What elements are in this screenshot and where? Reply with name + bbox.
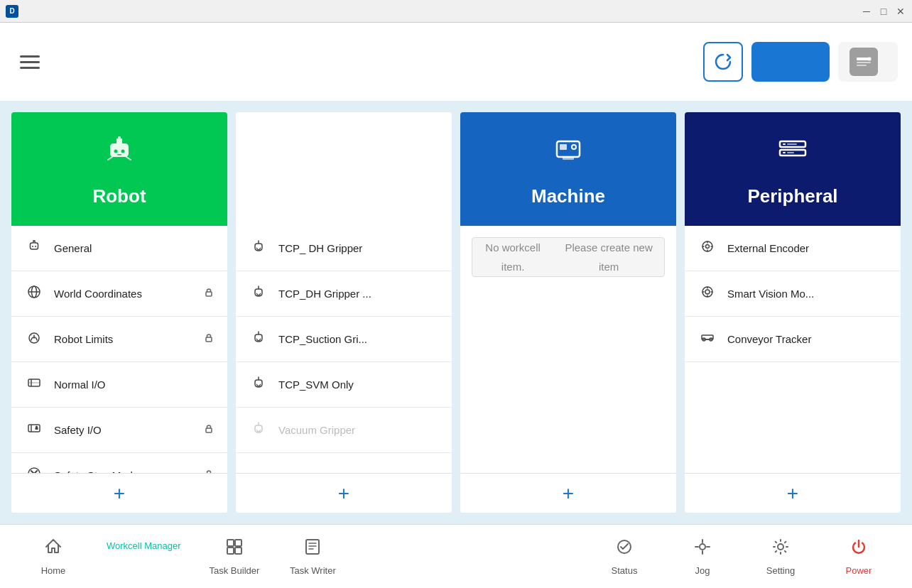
header-right: [703, 42, 898, 82]
column-machine: Machine No workcell item.Please create n…: [460, 112, 676, 513]
col-header-robot[interactable]: Robot: [11, 112, 227, 226]
list-item-general[interactable]: General: [11, 226, 227, 271]
teaching-engineer-button[interactable]: [751, 42, 830, 82]
gauge-icon: [24, 329, 44, 350]
nav-right-group: Status Jog Setting Power: [599, 537, 884, 576]
nav-item-jog[interactable]: Jog: [678, 537, 727, 576]
list-item-external-encoder[interactable]: External Encoder: [685, 226, 901, 271]
item-label-external-encoder: External Encoder: [727, 242, 888, 254]
status-icon: [614, 537, 634, 562]
refresh-icon: [713, 52, 733, 72]
nav-item-power[interactable]: Power: [834, 537, 884, 576]
col-add-btn-end-effector[interactable]: +: [236, 473, 452, 513]
svg-rect-1: [857, 62, 871, 63]
item-label-world-coordinates: World Coordinates: [54, 288, 193, 300]
item-label-tcp-dh-gripper2: TCP_DH Gripper ...: [278, 288, 439, 300]
col-icon-end-effector: [325, 131, 362, 177]
svg-point-5: [121, 149, 125, 153]
svg-rect-54: [227, 540, 234, 546]
minimize-button[interactable]: ─: [861, 6, 872, 17]
col-add-btn-peripheral[interactable]: +: [685, 473, 901, 513]
nav-label-workcell-manager: Workcell Manager: [107, 540, 181, 551]
list-item-tcp-dh-gripper2[interactable]: TCP_DH Gripper ...: [236, 271, 452, 317]
list-item-smart-vision[interactable]: Smart Vision Mo...: [685, 271, 901, 317]
nav-item-status[interactable]: Status: [599, 537, 649, 576]
svg-rect-57: [235, 548, 241, 554]
svg-rect-56: [227, 548, 234, 554]
conveyor-icon: [697, 329, 717, 350]
close-button[interactable]: ✕: [895, 6, 906, 17]
svg-rect-50: [702, 335, 713, 339]
header: [0, 23, 912, 101]
robot-icon: [24, 238, 44, 259]
gripper-icon: [249, 374, 268, 396]
window-controls[interactable]: ─ □ ✕: [861, 6, 906, 17]
col-label-machine: Machine: [531, 185, 605, 207]
col-add-btn-machine[interactable]: +: [460, 473, 676, 513]
svg-rect-31: [342, 157, 346, 161]
gripper-icon: [249, 420, 268, 441]
list-item-safety-stop-modes[interactable]: Safety Stop Modes: [11, 453, 227, 473]
svg-rect-39: [783, 152, 786, 153]
main-content: Robot General World Coordinates Robot Li…: [0, 101, 912, 524]
nav-item-home[interactable]: Home: [28, 537, 78, 576]
home-icon: [43, 537, 63, 562]
list-item-tcp-suction-gri[interactable]: TCP_Suction Gri...: [236, 317, 452, 362]
maximize-button[interactable]: □: [878, 6, 889, 17]
nav-label-home: Home: [41, 565, 66, 576]
svg-rect-35: [563, 157, 574, 160]
col-list-peripheral: External Encoder Smart Vision Mo... Conv…: [685, 226, 901, 473]
gripper-icon: [249, 238, 268, 259]
nav-item-task-builder[interactable]: Task Builder: [210, 537, 260, 576]
status-block: [838, 42, 898, 82]
col-list-robot: General World Coordinates Robot Limits N…: [11, 226, 227, 473]
item-label-general: General: [54, 242, 215, 254]
col-list-machine: No workcell item.Please create new item: [460, 226, 676, 473]
nav-item-workcell-manager[interactable]: Workcell Manager: [107, 537, 181, 576]
task-builder-icon: [224, 537, 244, 562]
col-add-btn-robot[interactable]: +: [11, 473, 227, 513]
svg-point-49: [705, 290, 710, 294]
add-icon-machine: +: [563, 484, 574, 503]
stop-icon: [24, 465, 44, 474]
nav-label-jog: Jog: [695, 565, 710, 576]
title-bar: D ─ □ ✕: [0, 0, 912, 23]
svg-line-17: [31, 334, 32, 336]
gripper-icon: [249, 283, 268, 305]
item-label-safety-io: Safety I/O: [54, 424, 193, 436]
svg-rect-58: [306, 540, 319, 554]
list-item-conveyor-tracker[interactable]: Conveyor Tracker: [685, 317, 901, 362]
col-header-end-effector[interactable]: End Effector: [236, 112, 452, 226]
add-icon-peripheral: +: [787, 484, 798, 503]
add-icon-robot: +: [114, 484, 125, 503]
list-item-normal-io[interactable]: Normal I/O: [11, 362, 227, 408]
nav-item-task-writer[interactable]: Task Writer: [288, 537, 337, 576]
svg-rect-37: [783, 143, 786, 145]
nav-left-group: Home Workcell Manager Task Builder Task …: [28, 537, 337, 576]
svg-rect-41: [787, 152, 794, 153]
svg-point-34: [572, 145, 576, 149]
col-label-end-effector: End Effector: [289, 185, 399, 207]
item-label-smart-vision: Smart Vision Mo...: [727, 288, 888, 300]
col-label-peripheral: Peripheral: [747, 185, 837, 207]
item-label-conveyor-tracker: Conveyor Tracker: [727, 333, 888, 345]
list-item-vacuum-gripper[interactable]: Vacuum Gripper: [236, 408, 452, 453]
encoder-icon: [697, 238, 717, 259]
col-header-peripheral[interactable]: Peripheral: [685, 112, 901, 226]
list-item-world-coordinates[interactable]: World Coordinates: [11, 271, 227, 317]
add-icon-end-effector: +: [338, 484, 349, 503]
hamburger-menu[interactable]: [14, 50, 45, 75]
col-header-machine[interactable]: Machine: [460, 112, 676, 226]
app-logo: D: [6, 5, 18, 18]
list-item-tcp-svm-only[interactable]: TCP_SVM Only: [236, 362, 452, 408]
col-icon-machine: [550, 131, 587, 177]
refresh-button[interactable]: [703, 42, 743, 82]
nav-item-setting[interactable]: Setting: [756, 537, 805, 576]
svg-rect-22: [28, 425, 40, 432]
list-item-safety-io[interactable]: Safety I/O: [11, 408, 227, 453]
column-peripheral: Peripheral External Encoder Smart Vision…: [685, 112, 901, 513]
list-item-tcp-dh-gripper[interactable]: TCP_ DH Gripper: [236, 226, 452, 271]
svg-point-8: [32, 246, 33, 247]
list-item-robot-limits[interactable]: Robot Limits: [11, 317, 227, 362]
lock-icon-world-coordinates: [203, 287, 215, 300]
